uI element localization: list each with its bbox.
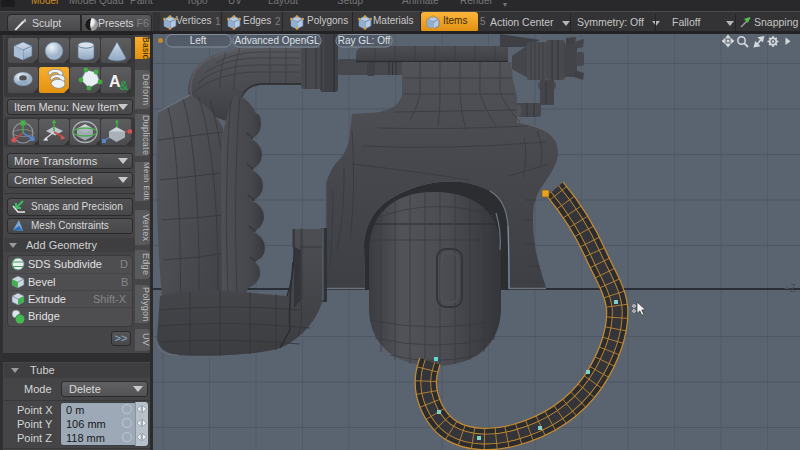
- svg-text:Left: Left: [190, 35, 207, 46]
- svg-text:+Z: +Z: [784, 283, 796, 294]
- svg-text:Ray GL: Off: Ray GL: Off: [338, 35, 391, 46]
- svg-text:Advanced OpenGL: Advanced OpenGL: [234, 35, 319, 46]
- svg-text:&: &: [119, 78, 128, 93]
